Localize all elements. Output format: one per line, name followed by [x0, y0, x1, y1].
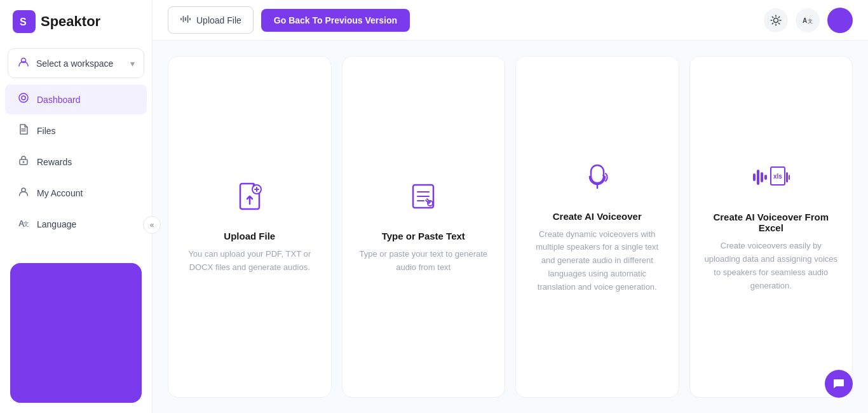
upload-file-card-desc: You can upload your PDF, TXT or DOCX fil…	[181, 248, 318, 274]
ai-voiceover-excel-card[interactable]: xls Create AI Voiceover From Excel Creat…	[689, 56, 853, 398]
type-paste-card[interactable]: Type or Paste Text Type or paste your te…	[342, 56, 506, 398]
upload-waveform-icon	[180, 13, 191, 27]
chat-icon	[832, 377, 846, 391]
theme-toggle-button[interactable]	[764, 8, 788, 32]
svg-point-4	[22, 96, 25, 100]
ai-voiceover-excel-card-title: Create AI Voiceover From Excel	[703, 212, 840, 233]
promo-card	[10, 263, 142, 403]
type-paste-card-title: Type or Paste Text	[382, 231, 465, 241]
files-icon	[18, 123, 29, 138]
workspace-selector[interactable]: Select a workspace ▾	[8, 48, 144, 78]
svg-text:文: 文	[808, 18, 813, 24]
topbar-right: A 文	[764, 8, 853, 33]
collapse-icon: «	[150, 220, 154, 229]
svg-line-23	[778, 23, 779, 24]
svg-point-8	[23, 161, 25, 163]
rewards-icon	[18, 154, 29, 169]
sidebar-item-label: Dashboard	[37, 95, 81, 105]
svg-text:文: 文	[23, 220, 29, 227]
sidebar-item-rewards[interactable]: Rewards	[5, 147, 147, 177]
account-icon	[18, 186, 29, 200]
dashboard-icon	[18, 92, 29, 107]
sidebar: S Speaktor Select a workspace ▾ Dashboar…	[0, 0, 153, 413]
sidebar-item-account[interactable]: My Account	[5, 178, 147, 208]
sidebar-item-label: Rewards	[37, 157, 72, 167]
svg-point-17	[774, 18, 778, 22]
upload-file-card-title: Upload File	[224, 231, 275, 241]
svg-rect-42	[786, 172, 788, 182]
svg-rect-14	[185, 17, 186, 21]
svg-rect-12	[180, 18, 182, 20]
language-toggle-button[interactable]: A 文	[796, 8, 820, 32]
logo-icon: S	[13, 10, 36, 33]
sidebar-item-dashboard[interactable]: Dashboard	[5, 85, 147, 114]
cards-area: Upload File You can upload your PDF, TXT…	[153, 41, 868, 413]
svg-point-3	[19, 93, 28, 102]
user-avatar[interactable]	[827, 8, 853, 33]
sidebar-item-language[interactable]: A 文 Language	[5, 209, 147, 239]
svg-text:S: S	[20, 17, 27, 27]
svg-line-25	[778, 17, 779, 17]
sidebar-item-label: Language	[37, 219, 76, 229]
type-paste-card-icon	[407, 180, 440, 218]
sidebar-collapse-button[interactable]: «	[143, 216, 161, 234]
svg-text:xls: xls	[773, 173, 782, 180]
upload-file-button[interactable]: Upload File	[168, 6, 254, 34]
translate-icon: A 文	[802, 15, 813, 26]
upload-file-card[interactable]: Upload File You can upload your PDF, TXT…	[168, 56, 332, 398]
svg-rect-43	[789, 175, 790, 180]
svg-text:A: A	[803, 17, 807, 24]
ai-voiceover-card-title: Create AI Voiceover	[553, 211, 642, 222]
topbar: Upload File Go Back To Previous Version	[153, 0, 868, 41]
workspace-chevron: ▾	[130, 58, 135, 69]
chat-bubble-button[interactable]	[825, 370, 853, 398]
svg-rect-38	[761, 172, 763, 182]
ai-voiceover-excel-card-icon: xls	[752, 161, 790, 199]
sidebar-item-files[interactable]: Files	[5, 116, 147, 146]
ai-voiceover-excel-card-desc: Create voiceovers easily by uploading da…	[703, 240, 840, 292]
sidebar-item-label: My Account	[37, 188, 83, 198]
sun-icon	[770, 15, 782, 26]
svg-rect-37	[757, 170, 759, 185]
sidebar-bottom	[0, 240, 152, 413]
ai-voiceover-card-icon	[581, 160, 614, 198]
ai-voiceover-card[interactable]: Create AI Voiceover Create dynamic voice…	[515, 56, 679, 398]
logo-area: S Speaktor	[0, 0, 152, 43]
sidebar-item-label: Files	[37, 126, 56, 136]
type-paste-card-desc: Type or paste your text to generate audi…	[355, 248, 492, 274]
upload-file-label: Upload File	[196, 15, 241, 25]
language-icon: A 文	[18, 217, 29, 231]
go-back-button[interactable]: Go Back To Previous Version	[261, 9, 410, 32]
svg-rect-36	[753, 173, 756, 181]
workspace-label: Select a workspace	[36, 58, 124, 69]
brand-name: Speaktor	[41, 13, 100, 30]
main-content: Upload File Go Back To Previous Version	[153, 0, 868, 413]
svg-rect-16	[189, 18, 191, 20]
sidebar-nav: Dashboard Files Rewards	[0, 83, 152, 240]
workspace-icon	[17, 55, 30, 71]
upload-file-card-icon	[233, 180, 266, 218]
ai-voiceover-card-desc: Create dynamic voiceovers with multiple …	[529, 228, 666, 294]
svg-line-24	[772, 23, 773, 24]
svg-line-22	[772, 17, 773, 17]
svg-rect-15	[187, 15, 189, 23]
svg-rect-39	[764, 175, 767, 180]
svg-rect-13	[183, 16, 184, 22]
